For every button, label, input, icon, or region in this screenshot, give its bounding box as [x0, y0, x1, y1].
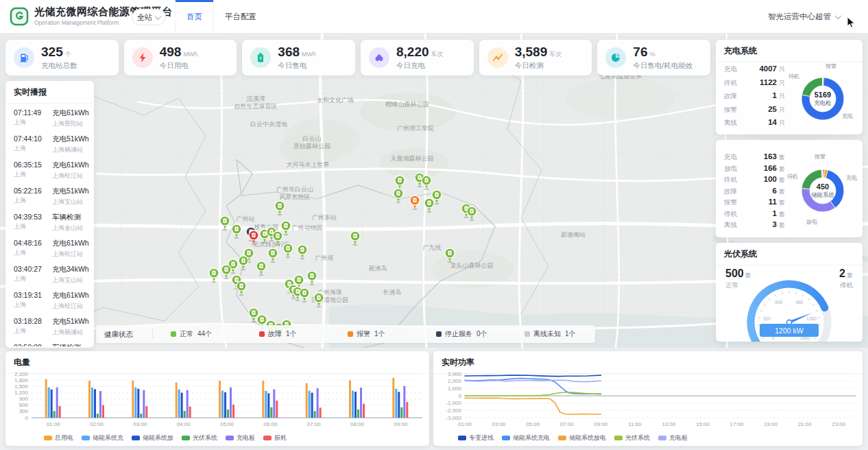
- energy-bar-chart: 03006009001,2001,5001,8002,10001:0002:00…: [5, 370, 429, 438]
- energy-bar-chart-panel: 电量 03006009001,2001,5001,8002,10001:0002…: [5, 351, 429, 446]
- health-legend-item[interactable]: 正常 44个: [153, 329, 241, 339]
- legend-item[interactable]: 储能系统充: [82, 434, 123, 442]
- stat-value: 3: [743, 220, 777, 228]
- site-selector-dropdown[interactable]: 全站: [132, 9, 166, 25]
- legend-item[interactable]: 储能系统充电: [502, 434, 550, 442]
- legend-item[interactable]: 总用电: [44, 434, 73, 442]
- map-marker-normal[interactable]: [393, 188, 404, 204]
- legend-swatch: [458, 436, 466, 440]
- map-place-label: 太和文化广场: [317, 97, 354, 104]
- broadcast-item: 06:35:15上海 充电61kWh上海松江站: [5, 157, 94, 183]
- user-menu[interactable]: 智光运营中心超管: [768, 0, 841, 33]
- map-marker-normal[interactable]: [421, 175, 432, 191]
- map-marker-normal[interactable]: [274, 200, 285, 216]
- station-icon: [14, 47, 34, 68]
- legend-item[interactable]: 光伏系统: [182, 434, 217, 442]
- map-marker-normal[interactable]: [350, 230, 361, 246]
- kpi-unit: 个: [65, 51, 71, 58]
- map-marker-normal[interactable]: [313, 292, 324, 308]
- svg-text:2,000: 2,000: [448, 378, 462, 384]
- svg-text:02:00: 02:00: [90, 421, 104, 427]
- stat-value: 6: [743, 187, 777, 195]
- map-marker-normal[interactable]: [466, 206, 477, 222]
- health-legend-item[interactable]: 报警 1个: [330, 329, 418, 339]
- svg-text:01:00: 01:00: [458, 421, 472, 427]
- status-dot: [348, 331, 353, 337]
- svg-text:13:00: 13:00: [662, 421, 676, 427]
- svg-text:06:00: 06:00: [263, 421, 278, 427]
- map-marker-normal[interactable]: [272, 230, 283, 246]
- map-marker-normal[interactable]: [238, 255, 249, 271]
- legend-item[interactable]: 损耗: [263, 434, 287, 442]
- legend-item[interactable]: 充电桩: [226, 434, 255, 442]
- map-marker-normal[interactable]: [424, 198, 435, 213]
- kpi-value: 498MWh: [160, 45, 198, 60]
- svg-text:960: 960: [796, 300, 804, 305]
- map-place-label: 广州站: [237, 215, 255, 223]
- map-marker-warning[interactable]: [409, 195, 420, 211]
- broadcast-time: 03:18:28: [14, 317, 52, 325]
- svg-text:15:00: 15:00: [696, 421, 710, 427]
- broadcast-region: 上海: [14, 144, 52, 153]
- broadcast-item: 05:22:16上海 充电51kWh上海宝山站: [5, 183, 94, 209]
- map-marker-normal[interactable]: [306, 270, 317, 286]
- broadcast-item: 03:59:08上海 车辆检测上海静安站: [5, 340, 94, 346]
- map-marker-normal[interactable]: [208, 268, 219, 283]
- broadcast-event: 充电51kWh: [52, 317, 94, 327]
- legend-item[interactable]: 光伏系统: [614, 434, 650, 442]
- kpi-label: 今日用电: [160, 61, 189, 71]
- map-marker-normal[interactable]: [221, 264, 232, 280]
- svg-text:08:00: 08:00: [350, 421, 365, 427]
- health-legend-item[interactable]: 故障 1个: [241, 329, 330, 339]
- stat-label: 放电: [724, 165, 743, 174]
- broadcast-station: 上海金山站: [52, 224, 94, 233]
- map-place-label: 广州动物园: [292, 224, 323, 232]
- legend-item[interactable]: 充电桩: [658, 434, 688, 442]
- svg-text:2,100: 2,100: [14, 371, 29, 377]
- stat-row: 充电 163 套: [724, 152, 790, 164]
- map-marker-normal[interactable]: [444, 248, 455, 263]
- svg-text:09:00: 09:00: [394, 421, 408, 427]
- status-count: 1个: [374, 329, 385, 339]
- storage-system-panel: 充电 163 套放电 166 套待机 100 套故障 6 套报警 11: [716, 140, 863, 237]
- legend-label: 光伏系统: [625, 434, 650, 442]
- tab-home[interactable]: 首页: [175, 0, 214, 33]
- health-legend-item[interactable]: 停止服务 0个: [418, 329, 507, 339]
- map-marker-normal[interactable]: [297, 244, 308, 260]
- legend-item[interactable]: 专变进线: [458, 434, 494, 442]
- broadcast-item: 04:39:53上海 车辆检测上海金山站: [5, 209, 94, 235]
- map-marker-normal[interactable]: [231, 224, 242, 239]
- map-marker-normal[interactable]: [282, 243, 293, 259]
- stat-value: 25: [743, 105, 777, 113]
- broadcast-region: 上海: [14, 118, 52, 127]
- svg-text:900: 900: [19, 396, 29, 402]
- stat-row: 离线 3 套: [724, 220, 790, 232]
- svg-text:07:00: 07:00: [307, 421, 322, 427]
- donut-segment-label: 充电: [846, 174, 857, 182]
- donut-center-text: 450储能系统: [786, 182, 860, 200]
- tab-platform-config[interactable]: 平台配置: [214, 0, 267, 33]
- svg-text:05:00: 05:00: [526, 421, 540, 427]
- charging-system-title: 充电系统: [716, 40, 863, 62]
- kpi-cards-row: 325个充电站总数498MWh今日用电368MWh今日售电8,220车次今日充电…: [5, 40, 710, 75]
- legend-label: 专变进线: [469, 434, 494, 442]
- svg-text:03:00: 03:00: [133, 421, 147, 427]
- legend-item[interactable]: 储能系统放: [132, 434, 173, 442]
- map-marker-normal[interactable]: [256, 261, 267, 276]
- user-name: 智光运营中心超管: [768, 12, 831, 22]
- map-marker-normal[interactable]: [299, 287, 310, 303]
- legend-item[interactable]: 储能系统放电: [558, 434, 606, 442]
- map-marker-normal[interactable]: [267, 248, 278, 263]
- map-marker-normal[interactable]: [219, 215, 230, 231]
- kpi-card-0: 325个充电站总数: [5, 40, 119, 75]
- map-place-label: 长洲岛: [383, 289, 402, 296]
- map-place-label: 龙头山森林公园: [450, 262, 494, 270]
- stat-value: 4007: [743, 64, 777, 73]
- broadcast-list[interactable]: 07:11:49上海 充电61kWh上海普陀站07:44:10上海 充电51kW…: [5, 104, 94, 346]
- health-legend-item[interactable]: 离线未知 1个: [507, 329, 595, 339]
- stat-value: 163: [743, 152, 777, 161]
- map-marker-normal[interactable]: [236, 281, 247, 296]
- legend-label: 储能系统放电: [569, 434, 606, 442]
- donut-segment-label: 待机: [788, 73, 799, 80]
- map-marker-fault[interactable]: [248, 230, 259, 246]
